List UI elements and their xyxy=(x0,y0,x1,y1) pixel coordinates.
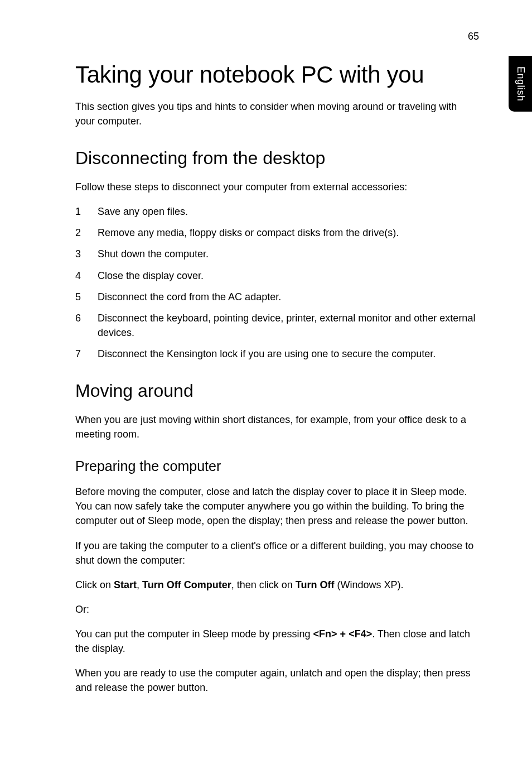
list-item: 2Remove any media, floppy disks or compa… xyxy=(75,225,479,240)
page-content: Taking your notebook PC with you This se… xyxy=(75,33,479,695)
text-run: , xyxy=(137,579,142,590)
intro-paragraph: This section gives you tips and hints to… xyxy=(75,99,479,128)
body-paragraph: You can put the computer in Sleep mode b… xyxy=(75,627,479,656)
step-number: 7 xyxy=(75,347,81,361)
bold-text: Start xyxy=(114,579,137,590)
section-disconnecting-lead: Follow these steps to disconnect your co… xyxy=(75,180,479,194)
section-moving-heading: Moving around xyxy=(75,381,479,401)
bold-text: <Fn> + <F4> xyxy=(313,628,373,640)
text-run: (Windows XP). xyxy=(334,579,403,590)
step-number: 5 xyxy=(75,290,81,304)
list-item: 3Shut down the computer. xyxy=(75,247,479,261)
language-tab-label: English xyxy=(515,66,526,102)
section-moving-lead: When you are just moving within short di… xyxy=(75,412,479,441)
page-number: 65 xyxy=(468,31,479,42)
list-item: 7Disconnect the Kensington lock if you a… xyxy=(75,347,479,361)
bold-text: Turn Off Computer xyxy=(142,579,231,590)
step-number: 6 xyxy=(75,311,81,325)
step-text: Save any open files. xyxy=(98,206,188,217)
bold-text: Turn Off xyxy=(296,579,335,590)
step-text: Shut down the computer. xyxy=(98,248,209,260)
step-text: Remove any media, floppy disks or compac… xyxy=(98,227,399,238)
body-paragraph: If you are taking the computer to a clie… xyxy=(75,539,479,568)
disconnect-steps-list: 1Save any open files. 2Remove any media,… xyxy=(75,204,479,361)
body-paragraph: Before moving the computer, close and la… xyxy=(75,484,479,528)
step-number: 2 xyxy=(75,225,81,240)
body-paragraph: Or: xyxy=(75,602,479,617)
step-number: 3 xyxy=(75,247,81,261)
step-text: Disconnect the Kensington lock if you ar… xyxy=(98,348,436,359)
list-item: 1Save any open files. xyxy=(75,204,479,219)
list-item: 6Disconnect the keyboard, pointing devic… xyxy=(75,311,479,340)
section-disconnecting-heading: Disconnecting from the desktop xyxy=(75,148,479,169)
step-text: Close the display cover. xyxy=(98,270,204,281)
list-item: 4Close the display cover. xyxy=(75,268,479,283)
language-tab: English xyxy=(509,56,532,112)
step-number: 1 xyxy=(75,204,81,219)
step-number: 4 xyxy=(75,268,81,283)
text-run: , then click on xyxy=(231,579,296,590)
step-text: Disconnect the keyboard, pointing device… xyxy=(98,313,475,338)
body-paragraph: When you are ready to use the computer a… xyxy=(75,666,479,695)
body-paragraph: Click on Start, Turn Off Computer, then … xyxy=(75,578,479,592)
subsection-preparing-heading: Preparing the computer xyxy=(75,458,479,474)
text-run: You can put the computer in Sleep mode b… xyxy=(75,628,313,640)
page-title: Taking your notebook PC with you xyxy=(75,61,479,88)
step-text: Disconnect the cord from the AC adapter. xyxy=(98,291,281,302)
text-run: Click on xyxy=(75,579,114,590)
list-item: 5Disconnect the cord from the AC adapter… xyxy=(75,290,479,304)
